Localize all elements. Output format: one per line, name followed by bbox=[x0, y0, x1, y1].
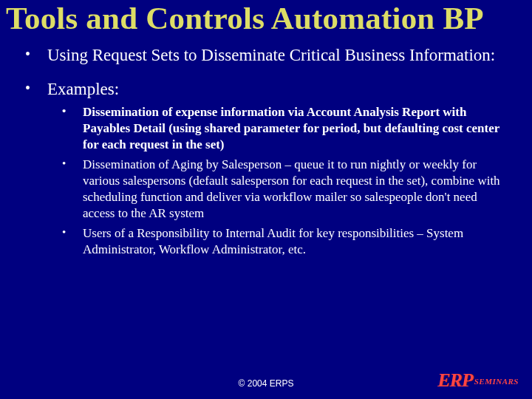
logo-text-sub: SEMINARS bbox=[474, 377, 519, 386]
bullet-text: Using Request Sets to Disseminate Critic… bbox=[47, 46, 495, 64]
logo-text-main: ERP bbox=[437, 369, 473, 391]
sub-bullet-item: Users of a Responsibility to Internal Au… bbox=[62, 225, 502, 258]
bullet-list: Using Request Sets to Disseminate Critic… bbox=[25, 45, 502, 258]
sub-bullet-text: Dissemination of Aging by Salesperson – … bbox=[83, 157, 500, 219]
bullet-item: Examples: Dissemination of expense infor… bbox=[25, 79, 502, 258]
bullet-text: Examples: bbox=[47, 80, 119, 98]
sub-bullet-list: Dissemination of expense information via… bbox=[47, 104, 502, 258]
slide-body: Using Request Sets to Disseminate Critic… bbox=[0, 41, 532, 258]
bullet-item: Using Request Sets to Disseminate Critic… bbox=[25, 45, 502, 66]
sub-bullet-item: Dissemination of Aging by Salesperson – … bbox=[62, 157, 502, 221]
logo: ERPSEMINARS bbox=[437, 369, 519, 392]
sub-bullet-text: Users of a Responsibility to Internal Au… bbox=[83, 226, 463, 256]
slide-title: Tools and Controls Automation BP bbox=[0, 0, 532, 41]
sub-bullet-item: Dissemination of expense information via… bbox=[62, 104, 502, 152]
sub-bullet-text: Dissemination of expense information via… bbox=[83, 105, 499, 151]
slide: Tools and Controls Automation BP Using R… bbox=[0, 0, 532, 399]
